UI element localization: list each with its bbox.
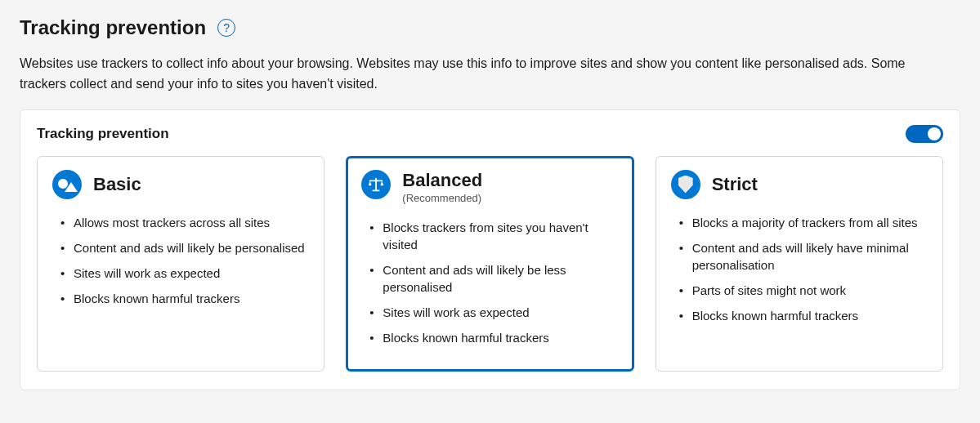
prevention-options: Basic Allows most trackers across all si… (37, 156, 943, 372)
option-basic[interactable]: Basic Allows most trackers across all si… (37, 156, 324, 372)
card-title: Tracking prevention (37, 126, 169, 142)
option-strict-bullets: Blocks a majority of trackers from all s… (671, 214, 928, 324)
list-item: Sites will work as expected (365, 304, 618, 321)
option-basic-header: Basic (52, 170, 309, 199)
option-balanced[interactable]: Balanced (Recommended) Blocks trackers f… (346, 156, 633, 372)
tracking-prevention-card: Tracking prevention Basic Allows most tr… (20, 109, 960, 390)
list-item: Blocks trackers from sites you haven't v… (365, 219, 618, 253)
list-item: Content and ads will likely be less pers… (365, 261, 618, 296)
section-header: Tracking prevention ? (20, 16, 960, 39)
list-item: Sites will work as expected (56, 265, 309, 282)
option-balanced-subtitle: (Recommended) (402, 192, 482, 204)
shield-icon (671, 170, 700, 199)
list-item: Blocks known harmful trackers (674, 307, 928, 324)
list-item: Blocks known harmful trackers (56, 290, 309, 307)
list-item: Content and ads will likely have minimal… (674, 239, 928, 274)
help-icon[interactable]: ? (217, 19, 235, 37)
list-item: Blocks known harmful trackers (365, 329, 618, 346)
option-balanced-header: Balanced (Recommended) (361, 170, 618, 204)
option-strict-title: Strict (712, 174, 758, 194)
basic-icon (52, 170, 82, 199)
scales-icon (361, 170, 391, 199)
option-strict[interactable]: Strict Blocks a majority of trackers fro… (656, 156, 943, 372)
option-balanced-title: Balanced (402, 170, 482, 190)
option-basic-title: Basic (93, 174, 141, 194)
option-basic-bullets: Allows most trackers across all sites Co… (52, 214, 309, 307)
list-item: Allows most trackers across all sites (56, 214, 309, 231)
list-item: Blocks a majority of trackers from all s… (674, 214, 928, 231)
section-description: Websites use trackers to collect info ab… (20, 54, 951, 95)
card-header: Tracking prevention (37, 125, 943, 143)
option-balanced-bullets: Blocks trackers from sites you haven't v… (361, 219, 618, 346)
tracking-prevention-toggle[interactable] (906, 125, 943, 143)
page-title: Tracking prevention (20, 16, 206, 39)
option-strict-header: Strict (671, 170, 928, 199)
list-item: Content and ads will likely be personali… (56, 239, 309, 256)
list-item: Parts of sites might not work (674, 282, 928, 299)
